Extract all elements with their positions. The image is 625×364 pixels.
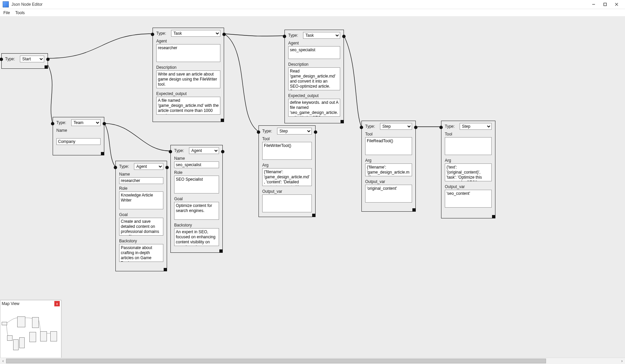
name-input[interactable] <box>119 177 163 184</box>
type-select[interactable]: StartTeamAgentTaskStep <box>380 123 412 130</box>
type-label: Type: <box>174 148 186 153</box>
type-select[interactable]: StartTeamAgentTaskStep <box>189 147 219 154</box>
window-close-button[interactable] <box>611 1 622 8</box>
resize-handle[interactable] <box>412 208 416 212</box>
resize-handle[interactable] <box>312 214 316 217</box>
output-var-input[interactable] <box>262 194 312 212</box>
menu-file[interactable]: File <box>3 10 10 15</box>
port-in[interactable] <box>283 35 286 38</box>
map-view-close-button[interactable]: x <box>54 301 60 306</box>
type-label: Type: <box>445 124 457 129</box>
port-out[interactable] <box>221 150 224 153</box>
window-minimize-button[interactable] <box>588 1 599 8</box>
type-select[interactable]: StartTeamAgentTaskStep <box>134 163 163 170</box>
horizontal-scrollbar[interactable]: ‹ › <box>0 358 625 364</box>
resize-handle[interactable] <box>164 268 167 271</box>
expected-output-input[interactable] <box>288 99 340 117</box>
arg-input[interactable] <box>365 163 412 176</box>
tool-input[interactable] <box>262 142 312 160</box>
type-select[interactable]: StartTeamAgentTaskStep <box>171 30 220 37</box>
port-in[interactable] <box>114 166 117 169</box>
type-select[interactable]: StartTeamAgentTaskStep <box>460 123 492 130</box>
window-title: Json Node Editor <box>11 2 43 7</box>
tool-input[interactable] <box>365 137 412 155</box>
port-out[interactable] <box>414 126 417 129</box>
expected-output-label: Expected_output <box>156 91 220 96</box>
type-label: Type: <box>156 31 168 36</box>
role-input[interactable] <box>119 191 163 209</box>
type-select[interactable]: StartTeamAgentTaskStep <box>303 32 340 39</box>
window-maximize-button[interactable] <box>599 1 611 8</box>
scroll-thumb[interactable] <box>6 359 546 363</box>
node-step-optimize[interactable]: Type: StartTeamAgentTaskStep Tool Arg Ou… <box>441 121 495 218</box>
port-out[interactable] <box>46 58 50 61</box>
name-input[interactable] <box>174 161 219 168</box>
scroll-left-button[interactable]: ‹ <box>0 358 6 364</box>
scroll-track[interactable] <box>6 358 619 364</box>
port-in[interactable] <box>151 33 154 36</box>
arg-input[interactable] <box>262 168 312 186</box>
arg-label: Arg <box>262 163 312 168</box>
resize-handle[interactable] <box>492 215 495 218</box>
app-icon <box>3 1 9 7</box>
role-input[interactable] <box>174 176 219 193</box>
resize-handle[interactable] <box>45 65 48 69</box>
description-label: Description <box>288 62 340 67</box>
node-agent-seo-specialist[interactable]: Type: StartTeamAgentTaskStep Name Role G… <box>170 145 223 253</box>
output-var-label: Output_var <box>262 189 312 194</box>
node-task-write-article[interactable]: Type: StartTeamAgentTaskStep Agent Descr… <box>153 28 224 122</box>
arg-input[interactable] <box>445 163 492 181</box>
port-in[interactable] <box>439 126 443 129</box>
backstory-input[interactable] <box>174 228 219 246</box>
tool-label: Tool <box>262 136 312 141</box>
port-out[interactable] <box>342 35 346 38</box>
map-view-body[interactable] <box>0 307 61 358</box>
port-out[interactable] <box>165 166 169 169</box>
node-step-filewriter[interactable]: Type: StartTeamAgentTaskStep Tool Arg Ou… <box>259 125 316 217</box>
goal-input[interactable] <box>119 218 163 236</box>
node-team[interactable]: Type: StartTeamAgentTaskStep Name <box>53 117 104 155</box>
resize-handle[interactable] <box>221 119 224 122</box>
port-in[interactable] <box>360 126 363 129</box>
agent-input[interactable] <box>288 46 340 59</box>
port-out[interactable] <box>222 33 226 36</box>
node-step-fileread[interactable]: Type: StartTeamAgentTaskStep Tool Arg Ou… <box>361 121 416 212</box>
backstory-label: Backstory <box>119 239 163 243</box>
type-label: Type: <box>5 57 17 61</box>
name-label: Name <box>119 172 163 177</box>
resize-handle[interactable] <box>101 152 104 155</box>
node-start[interactable]: Type: StartTeamAgentTaskStep <box>1 53 48 69</box>
description-input[interactable] <box>156 70 220 88</box>
port-out[interactable] <box>314 130 317 134</box>
resize-handle[interactable] <box>219 249 223 253</box>
port-in[interactable] <box>0 58 3 61</box>
goal-input[interactable] <box>174 202 219 220</box>
agent-input[interactable] <box>156 44 220 62</box>
tool-label: Tool <box>365 132 412 136</box>
tool-input[interactable] <box>445 137 492 155</box>
output-var-input[interactable] <box>445 190 492 208</box>
type-select[interactable]: StartTeamAgentTaskStep <box>20 56 44 62</box>
output-var-input[interactable] <box>365 185 412 203</box>
agent-label: Agent <box>288 41 340 46</box>
port-out[interactable] <box>103 122 106 125</box>
expected-output-input[interactable] <box>156 97 220 115</box>
map-view-panel[interactable]: Map View x <box>0 300 61 358</box>
node-agent-researcher[interactable]: Type: StartTeamAgentTaskStep Name Role G… <box>115 161 167 271</box>
description-input[interactable] <box>288 67 340 90</box>
editor-viewport[interactable]: Type: StartTeamAgentTaskStep Type: Start… <box>0 16 625 358</box>
editor-canvas[interactable]: Type: StartTeamAgentTaskStep Type: Start… <box>0 16 625 358</box>
name-input[interactable] <box>56 138 101 145</box>
port-in[interactable] <box>51 122 54 125</box>
node-task-seo-article[interactable]: Type: StartTeamAgentTaskStep Agent Descr… <box>284 30 344 123</box>
menu-tools[interactable]: Tools <box>15 10 25 15</box>
backstory-input[interactable] <box>119 244 163 262</box>
scroll-right-button[interactable]: › <box>619 358 625 364</box>
resize-handle[interactable] <box>341 120 344 123</box>
port-in[interactable] <box>257 130 260 134</box>
port-in[interactable] <box>169 150 172 153</box>
type-select[interactable]: StartTeamAgentTaskStep <box>277 128 312 134</box>
type-select[interactable]: StartTeamAgentTaskStep <box>71 119 101 126</box>
menu-bar: File Tools <box>0 9 625 17</box>
expected-output-label: Expected_output <box>288 93 340 98</box>
